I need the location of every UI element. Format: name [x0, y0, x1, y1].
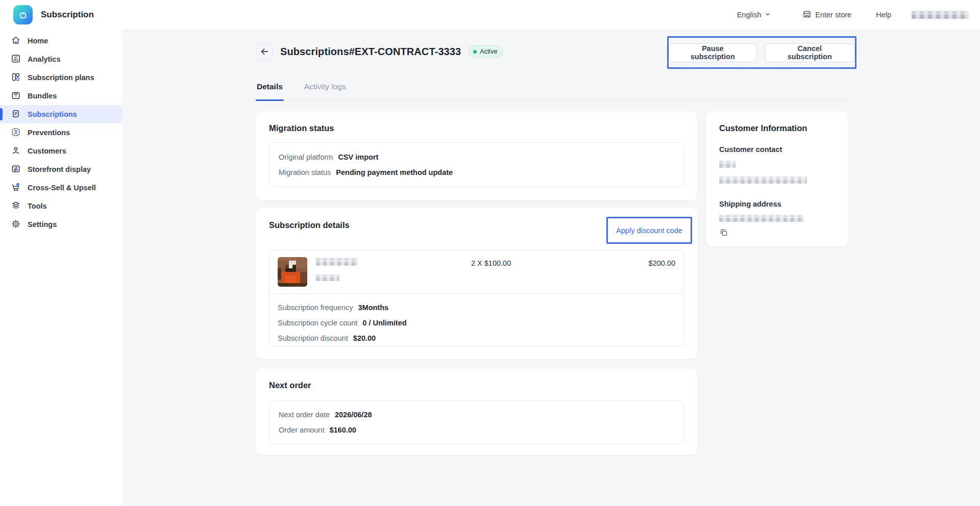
kv-value: $160.00 [329, 422, 356, 438]
subscription-details-card: Subscription details Apply discount code [256, 208, 697, 359]
tools-icon [11, 200, 21, 212]
language-label: English [737, 11, 762, 19]
subscription-plans-icon [11, 72, 21, 84]
preventions-icon [11, 127, 21, 139]
subscription-detail-rows: Subscription frequency 3Months Subscript… [270, 294, 683, 346]
card-title: Migration status [269, 123, 684, 133]
sidebar-item-preventions[interactable]: Preventions [0, 123, 122, 142]
annotation-box-apply-discount: Apply discount code [606, 217, 692, 244]
card-title: Customer Information [719, 123, 835, 133]
migration-status-box: Original platform CSV import Migration s… [269, 142, 684, 187]
customers-icon [11, 145, 21, 157]
sidebar: Home Analytics Subscription plans Bundle… [0, 30, 122, 506]
copy-address-button[interactable] [719, 228, 728, 237]
status-dot-icon [473, 50, 477, 54]
kv-value: 2026/06/28 [335, 407, 372, 422]
kv-label: Subscription frequency [278, 300, 353, 315]
back-button[interactable] [256, 43, 273, 60]
subscription-details-box: 2 X $100.00 $200.00 Subscription frequen… [269, 249, 684, 346]
kv-label: Subscription cycle count [278, 315, 357, 331]
analytics-icon [11, 54, 21, 65]
kv-value: $20.00 [353, 331, 376, 346]
product-name-redacted [316, 258, 358, 266]
kv-row-order-amount: Order amount $160.00 [279, 422, 674, 438]
kv-row-next-order-date: Next order date 2026/06/28 [279, 407, 674, 422]
help-link[interactable]: Help [876, 11, 891, 19]
customer-contact-heading: Customer contact [719, 145, 835, 154]
subscriptions-icon [11, 109, 21, 120]
migration-status-card: Migration status Original platform CSV i… [256, 111, 697, 200]
kv-label: Migration status [279, 165, 331, 180]
apply-discount-code-link[interactable]: Apply discount code [616, 226, 682, 235]
kv-row-frequency: Subscription frequency 3Months [278, 300, 675, 315]
help-label: Help [876, 11, 891, 19]
pause-subscription-button[interactable]: Pause subscription [669, 43, 757, 62]
sidebar-item-label: Analytics [28, 55, 60, 63]
next-order-card: Next order Next order date 2026/06/28 Or… [256, 368, 697, 455]
customer-name-redacted [719, 161, 736, 168]
app-logo-icon [13, 5, 33, 24]
topbar-right: English Enter store Help [737, 10, 980, 20]
sidebar-item-subscriptions[interactable]: Subscriptions [0, 105, 122, 123]
sidebar-item-label: Storefront display [28, 165, 91, 173]
sidebar-item-subscription-plans[interactable]: Subscription plans [0, 68, 122, 87]
kv-label: Original platform [279, 149, 333, 165]
sidebar-item-label: Customers [28, 147, 66, 155]
tab-details[interactable]: Details [256, 79, 284, 100]
chevron-down-icon [765, 11, 771, 19]
kv-value: CSV import [338, 149, 378, 165]
sidebar-item-label: Subscriptions [28, 110, 77, 118]
enter-store-button[interactable]: Enter store [802, 10, 851, 20]
settings-icon [11, 219, 21, 231]
sidebar-item-home[interactable]: Home [0, 32, 122, 50]
sidebar-item-tools[interactable]: Tools [0, 197, 122, 215]
product-variant-redacted [316, 274, 339, 281]
sidebar-item-storefront-display[interactable]: Storefront display [0, 160, 122, 179]
status-badge-label: Active [480, 48, 497, 55]
status-badge: Active [468, 45, 503, 58]
sidebar-item-label: Cross-Sell & Upsell [28, 184, 96, 192]
sidebar-item-label: Tools [28, 202, 47, 210]
cancel-subscription-button[interactable]: Cancel subscription [765, 43, 855, 62]
kv-row-original-platform: Original platform CSV import [279, 149, 674, 165]
main-content: Subscriptions#EXT-CONTRACT-3333 Active P… [122, 30, 980, 506]
sidebar-item-label: Preventions [28, 129, 70, 137]
arrow-left-icon [259, 46, 270, 57]
card-title: Next order [269, 381, 684, 390]
account-name-redacted[interactable] [912, 11, 969, 19]
annotation-box-subscription-actions: Pause subscription Cancel subscription [667, 36, 856, 69]
kv-value: 3Months [358, 300, 389, 315]
product-total: $200.00 [589, 257, 675, 267]
kv-label: Subscription discount [278, 331, 348, 346]
storefront-display-icon [11, 164, 21, 175]
sidebar-item-label: Home [28, 37, 48, 45]
sidebar-item-cross-sell[interactable]: Cross-Sell & Upsell [0, 179, 122, 197]
customer-information-card: Customer Information Customer contact Sh… [706, 111, 848, 246]
page-title: Subscriptions#EXT-CONTRACT-3333 [280, 46, 461, 58]
app-brand: Subscription [0, 5, 94, 24]
shipping-address-redacted [719, 215, 804, 222]
sidebar-item-analytics[interactable]: Analytics [0, 50, 122, 68]
product-qty-price: 2 X $100.00 [471, 257, 589, 267]
sidebar-item-label: Bundles [28, 92, 57, 100]
bundles-icon [11, 90, 21, 102]
product-image [278, 257, 307, 287]
copy-icon [719, 228, 728, 237]
kv-row-discount: Subscription discount $20.00 [278, 331, 675, 346]
language-selector[interactable]: English [737, 11, 771, 19]
kv-value: Pending payment method update [336, 165, 453, 180]
kv-label: Order amount [279, 422, 324, 438]
sidebar-item-customers[interactable]: Customers [0, 142, 122, 160]
sidebar-item-bundles[interactable]: Bundles [0, 87, 122, 105]
home-icon [11, 35, 21, 47]
sidebar-item-settings[interactable]: Settings [0, 215, 122, 234]
page-header: Subscriptions#EXT-CONTRACT-3333 Active [280, 43, 503, 60]
kv-label: Next order date [279, 407, 330, 422]
cross-sell-icon [11, 182, 21, 194]
next-order-box: Next order date 2026/06/28 Order amount … [269, 400, 684, 444]
kv-value: 0 / Unlimited [362, 315, 406, 331]
app-title: Subscription [41, 10, 94, 20]
tab-activity-logs[interactable]: Activity logs [303, 79, 347, 100]
topbar: Subscription English Enter store Help [0, 0, 980, 30]
sidebar-item-label: Subscription plans [28, 73, 94, 82]
